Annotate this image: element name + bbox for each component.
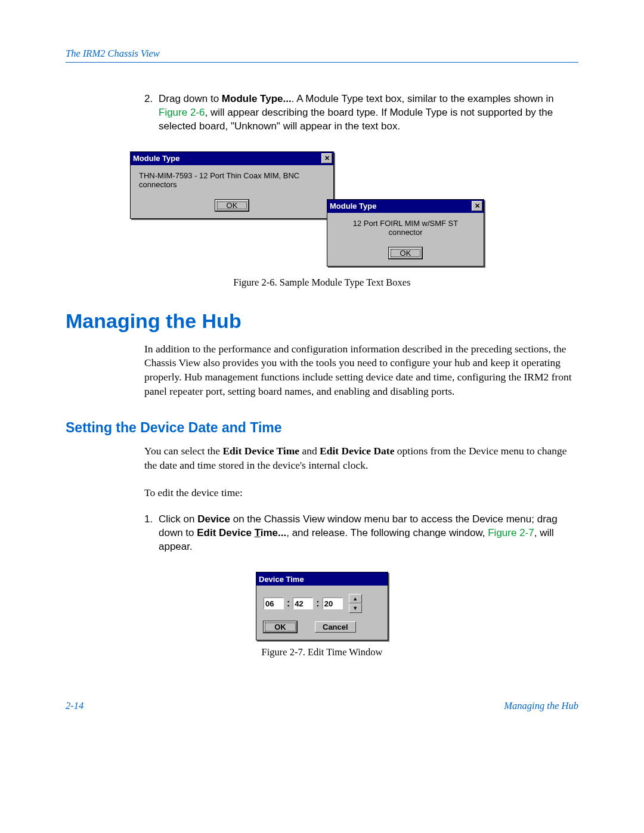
heading-setting-date-time: Setting the Device Date and Time bbox=[66, 420, 578, 436]
page-footer: 2-14 Managing the Hub bbox=[66, 700, 578, 712]
access-key: T bbox=[255, 527, 261, 538]
close-icon[interactable]: ✕ bbox=[321, 153, 332, 163]
text: , and release. The following change wind… bbox=[286, 527, 488, 538]
menu-item-name: Module Type... bbox=[222, 93, 292, 104]
minutes-input[interactable] bbox=[293, 597, 313, 609]
menu-item-name: Edit Device Time... bbox=[197, 527, 286, 538]
text: , will appear describing the board type.… bbox=[159, 107, 553, 132]
text: . A Module Type text box, similar to the… bbox=[292, 93, 554, 104]
ok-button[interactable]: OK bbox=[264, 621, 297, 633]
option-name: Edit Device Time bbox=[222, 445, 299, 457]
figure-caption-2-6: Figure 2-6. Sample Module Type Text Boxe… bbox=[66, 277, 578, 289]
figure-caption-2-7: Figure 2-7. Edit Time Window bbox=[66, 646, 578, 658]
text: Edit Device bbox=[197, 527, 254, 538]
footer-section-name: Managing the Hub bbox=[504, 700, 578, 712]
paragraph: You can select the Edit Device Time and … bbox=[144, 444, 578, 472]
text: ime... bbox=[261, 527, 286, 538]
figure-link[interactable]: Figure 2-6 bbox=[159, 107, 205, 118]
module-type-dialog-1: Module Type ✕ THN-MIM-7593 - 12 Port Thi… bbox=[130, 151, 334, 219]
figure-link[interactable]: Figure 2-7 bbox=[488, 527, 534, 538]
spin-up-icon[interactable]: ▲ bbox=[349, 594, 362, 603]
time-spinner: ▲ ▼ bbox=[349, 594, 362, 613]
titlebar: Module Type ✕ bbox=[327, 200, 484, 213]
hours-input[interactable] bbox=[264, 597, 284, 609]
figure-2-6-area: Module Type ✕ THN-MIM-7593 - 12 Port Thi… bbox=[130, 151, 578, 271]
text: Click on bbox=[159, 513, 197, 525]
menu-name: Device bbox=[197, 513, 230, 525]
ok-button[interactable]: OK bbox=[215, 200, 249, 211]
dialog-content-text: 12 Port FOIRL MIM w/SMF ST connector bbox=[336, 219, 475, 237]
header-title: The IRM2 Chassis View bbox=[66, 48, 160, 59]
step-2: 2. Drag down to Module Type.... A Module… bbox=[144, 92, 578, 134]
page-header: The IRM2 Chassis View bbox=[66, 48, 578, 63]
text: Drag down to bbox=[159, 93, 222, 104]
dialog-content-text: THN-MIM-7593 - 12 Port Thin Coax MIM, BN… bbox=[139, 171, 325, 189]
colon-separator: : bbox=[286, 598, 290, 609]
titlebar: Device Time bbox=[256, 572, 388, 586]
text: and bbox=[299, 445, 320, 457]
titlebar: Module Type ✕ bbox=[131, 152, 333, 165]
seconds-input[interactable] bbox=[323, 597, 343, 609]
page-number: 2-14 bbox=[66, 700, 83, 712]
step-number: 1. bbox=[144, 513, 159, 554]
dialog-title: Module Type bbox=[330, 202, 472, 210]
heading-managing-hub: Managing the Hub bbox=[66, 309, 578, 333]
step-number: 2. bbox=[144, 92, 159, 134]
module-type-dialog-2: Module Type ✕ 12 Port FOIRL MIM w/SMF ST… bbox=[327, 199, 484, 267]
paragraph: To edit the device time: bbox=[144, 486, 578, 500]
spin-down-icon[interactable]: ▼ bbox=[349, 603, 362, 613]
device-time-dialog: Device Time : : ▲ ▼ OK Cancel bbox=[256, 572, 388, 640]
dialog-title: Module Type bbox=[133, 154, 321, 163]
step-1: 1. Click on Device on the Chassis View w… bbox=[144, 513, 578, 554]
cancel-button[interactable]: Cancel bbox=[315, 621, 356, 633]
step-text: Drag down to Module Type.... A Module Ty… bbox=[159, 92, 578, 134]
colon-separator: : bbox=[315, 598, 320, 609]
text: You can select the bbox=[144, 445, 222, 457]
step-text: Click on Device on the Chassis View wind… bbox=[159, 513, 578, 554]
close-icon[interactable]: ✕ bbox=[472, 201, 482, 211]
option-name: Edit Device Date bbox=[320, 445, 394, 457]
dialog-title: Device Time bbox=[259, 575, 386, 584]
time-input-row: : : ▲ ▼ bbox=[264, 594, 380, 613]
paragraph: In addition to the performance and confi… bbox=[144, 342, 578, 399]
figure-2-7-area: Device Time : : ▲ ▼ OK Cancel bbox=[66, 572, 578, 640]
ok-button[interactable]: OK bbox=[389, 247, 422, 259]
